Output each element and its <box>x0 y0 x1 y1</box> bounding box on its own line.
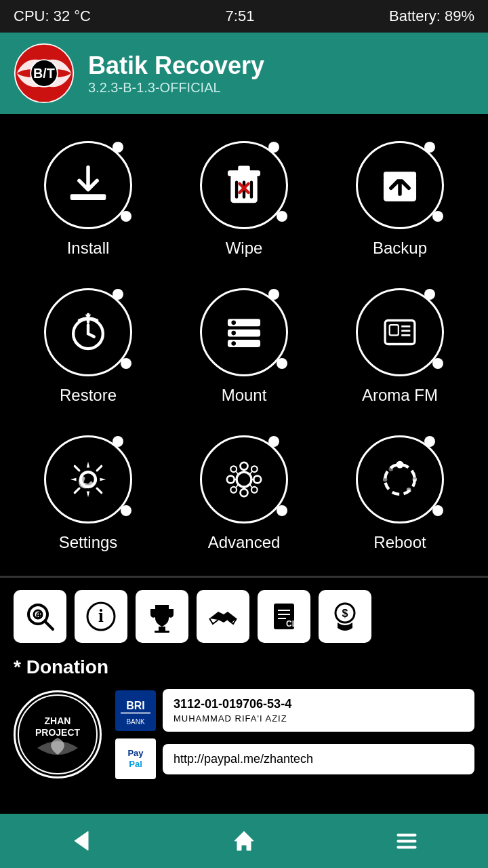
wipe-label: Wipe <box>226 239 263 258</box>
donation-label: * Donation <box>14 656 474 678</box>
restore-label: Restore <box>60 386 117 405</box>
svg-rect-10 <box>238 166 250 172</box>
install-label: Install <box>67 239 110 258</box>
bri-row: BRI BANK 3112-01-019706-53-4 MUHAMMAD RI… <box>115 689 474 732</box>
svg-rect-77 <box>397 834 416 836</box>
settings-button[interactable]: Settings <box>14 422 163 562</box>
svg-line-52 <box>45 621 53 629</box>
backup-label: Backup <box>373 239 427 258</box>
handshake-button[interactable] <box>197 590 249 643</box>
wipe-icon-circle <box>200 141 288 229</box>
paypal-logo: Pay Pal <box>115 738 156 779</box>
battery-status: Battery: 89% <box>389 7 474 25</box>
menu-button[interactable] <box>380 821 434 861</box>
bri-account-box: 3112-01-019706-53-4 MUHAMMAD RIFA'I AZIZ <box>163 689 474 732</box>
svg-text:ZHAN: ZHAN <box>45 715 71 726</box>
navigation-bar <box>0 814 488 868</box>
settings-label: Settings <box>59 533 118 552</box>
donation-row: ZHAN PROJECT BRI BANK <box>14 689 474 779</box>
app-title-block: Batik Recovery 3.2.3-B-1.3-OFFICIAL <box>88 52 264 96</box>
bri-logo: BRI BANK <box>115 690 156 731</box>
bottom-icons-row: ⊕ i CL $ <box>14 590 474 643</box>
main-menu-grid: Install Wipe Bac <box>0 114 488 576</box>
reboot-button[interactable]: Reboot <box>325 422 474 562</box>
home-button[interactable] <box>217 821 271 861</box>
install-icon-circle <box>44 141 132 229</box>
changelog-button[interactable]: CL <box>258 590 310 643</box>
app-header: B/T Batik Recovery 3.2.3-B-1.3-OFFICIAL <box>0 33 488 114</box>
svg-text:i: i <box>98 605 104 626</box>
app-version: 3.2.3-B-1.3-OFFICIAL <box>88 80 264 96</box>
svg-rect-23 <box>390 325 399 335</box>
svg-text:PROJECT: PROJECT <box>35 727 81 738</box>
advanced-icon-circle <box>200 435 288 524</box>
install-button[interactable]: Install <box>14 127 163 268</box>
svg-point-32 <box>253 476 261 484</box>
svg-point-38 <box>251 466 258 472</box>
app-logo: B/T <box>14 43 75 104</box>
backup-icon-circle <box>356 141 444 229</box>
svg-rect-4 <box>73 197 103 200</box>
backup-button[interactable]: Backup <box>325 127 474 268</box>
svg-text:Pal: Pal <box>129 759 142 769</box>
mount-button[interactable]: Mount <box>169 275 319 415</box>
advanced-button[interactable]: Advanced <box>169 422 319 562</box>
svg-rect-58 <box>155 631 169 633</box>
svg-rect-79 <box>397 846 416 848</box>
search-button[interactable]: ⊕ <box>14 590 66 643</box>
status-bar: CPU: 32 °C 7:51 Battery: 89% <box>0 0 488 33</box>
mount-icon-circle <box>200 288 288 376</box>
svg-point-49 <box>389 467 394 471</box>
svg-point-37 <box>230 466 237 472</box>
bottom-section: ⊕ i CL $ * Donation ZHAN PROJECT <box>0 578 488 791</box>
svg-point-31 <box>227 476 235 484</box>
aroma-fm-icon-circle <box>356 288 444 376</box>
cpu-status: CPU: 32 °C <box>14 7 91 25</box>
zhan-project-logo: ZHAN PROJECT <box>14 690 102 778</box>
svg-text:BANK: BANK <box>126 718 145 726</box>
svg-marker-76 <box>75 831 88 850</box>
svg-point-20 <box>231 331 236 336</box>
svg-text:⊕: ⊕ <box>35 610 43 620</box>
paypal-row: Pay Pal http://paypal.me/zhantech <box>115 738 474 779</box>
donate-coin-button[interactable]: $ <box>319 590 371 643</box>
svg-point-48 <box>413 477 418 482</box>
svg-text:CL: CL <box>286 619 297 629</box>
aroma-fm-label: Aroma FM <box>362 386 438 405</box>
svg-point-19 <box>231 321 236 326</box>
paypal-url-box: http://paypal.me/zhantech <box>163 744 474 774</box>
svg-point-29 <box>241 462 248 470</box>
trophy-button[interactable] <box>136 590 188 643</box>
svg-rect-57 <box>159 627 165 631</box>
svg-text:BRI: BRI <box>126 700 145 711</box>
svg-point-50 <box>407 488 411 492</box>
svg-rect-14 <box>384 172 416 179</box>
svg-rect-78 <box>397 840 416 842</box>
aroma-fm-button[interactable]: Aroma FM <box>325 275 474 415</box>
app-title: Batik Recovery <box>88 52 264 80</box>
restore-icon-circle <box>44 288 132 376</box>
bri-account-number: 3112-01-019706-53-4 <box>174 696 464 713</box>
svg-point-46 <box>396 461 404 469</box>
svg-point-47 <box>383 477 388 482</box>
svg-point-21 <box>231 341 236 346</box>
svg-point-30 <box>241 489 248 496</box>
svg-text:$: $ <box>342 608 348 619</box>
time-display: 7:51 <box>226 7 255 25</box>
reboot-icon-circle <box>356 435 444 524</box>
restore-button[interactable]: Restore <box>14 275 163 415</box>
back-button[interactable] <box>54 821 108 861</box>
svg-rect-71 <box>121 712 150 714</box>
info-button[interactable]: i <box>75 590 127 643</box>
svg-text:B/T: B/T <box>33 66 55 81</box>
settings-icon-circle <box>44 435 132 524</box>
svg-text:Pay: Pay <box>127 748 144 758</box>
wipe-button[interactable]: Wipe <box>169 127 319 268</box>
advanced-label: Advanced <box>208 533 281 552</box>
bri-account-name: MUHAMMAD RIFA'I AZIZ <box>174 713 464 725</box>
mount-label: Mount <box>222 386 267 405</box>
payment-block: BRI BANK 3112-01-019706-53-4 MUHAMMAD RI… <box>115 689 474 779</box>
svg-point-39 <box>230 487 237 493</box>
svg-point-40 <box>251 487 258 493</box>
reboot-label: Reboot <box>373 533 426 552</box>
